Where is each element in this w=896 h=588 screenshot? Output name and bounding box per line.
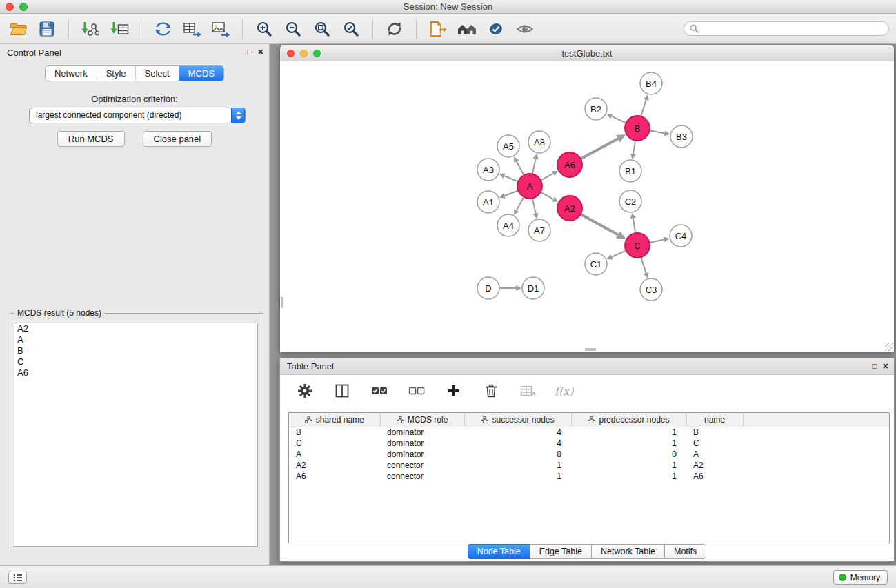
close-table-panel-icon[interactable]: × [883,361,888,371]
graph-node-A8[interactable] [528,131,550,153]
select-all-button[interactable] [368,379,390,403]
graph-node-C1[interactable] [585,253,607,275]
table-row[interactable]: A2connector11A2 [289,460,889,471]
graph-node-B4[interactable] [640,72,662,94]
close-panel-icon[interactable]: × [258,47,263,57]
network-window-titlebar[interactable]: testGlobe.txt [280,45,894,61]
graph-edge[interactable] [612,116,626,123]
graph-node-D1[interactable] [522,277,544,299]
column-header-shared-name[interactable]: shared name [289,413,380,427]
table-row[interactable]: Bdominator41B [289,427,889,438]
table-row[interactable]: A6connector11A6 [289,471,889,482]
mcds-result-item[interactable]: A2 [14,323,257,334]
graph-node-A1[interactable] [477,191,499,213]
zoom-window-button[interactable] [19,3,28,11]
graph-node-A4[interactable] [497,214,519,236]
tab-network-table[interactable]: Network Table [591,544,665,559]
mcds-result-item[interactable]: A [14,334,257,345]
search-box[interactable] [684,21,889,36]
column-header-successor-nodes[interactable]: successor nodes [464,413,571,427]
tab-select[interactable]: Select [135,66,179,81]
tab-mcds[interactable]: MCDS [179,66,223,81]
graph-node-B[interactable] [625,116,650,141]
open-session-button[interactable] [7,17,29,41]
network-view-window[interactable]: testGlobe.txt B4B2BB3A5A8A6B1A3AC2A1A2A4… [279,45,895,352]
zoom-fit-button[interactable] [311,17,333,41]
table-row[interactable]: Cdominator41C [289,438,889,449]
graph-node-B3[interactable] [670,125,693,148]
save-session-button[interactable] [36,17,58,41]
graph-edge[interactable] [633,219,635,234]
run-mcds-button[interactable]: Run MCDS [57,131,125,147]
column-header-predecessor-nodes[interactable]: predecessor nodes [571,413,686,427]
graph-edge[interactable] [581,139,618,159]
graph-node-B1[interactable] [619,160,641,182]
network-graph[interactable]: B4B2BB3A5A8A6B1A3AC2A1A2A4A7C4CC1C3DD1 [280,61,893,349]
graph-edge[interactable] [541,192,554,199]
mcds-result-item[interactable]: A6 [14,367,257,378]
new-network-button[interactable] [152,17,174,41]
task-history-button[interactable] [8,571,27,584]
deselect-all-button[interactable] [406,379,428,403]
mcds-result-item[interactable]: B [14,345,257,356]
mcds-result-item[interactable]: C [14,356,257,367]
new-table-button[interactable] [181,17,203,41]
add-column-button[interactable] [443,379,465,403]
graph-node-A5[interactable] [497,135,519,157]
home-views-button[interactable] [456,17,478,41]
graph-node-A7[interactable] [528,219,550,241]
close-panel-button[interactable]: Close panel [143,131,212,147]
table-row[interactable]: Adominator80A [289,449,889,460]
minimize-network-window-button[interactable] [300,50,308,57]
graph-edge[interactable] [650,239,664,243]
float-table-panel-icon[interactable]: □ [873,361,877,371]
import-table-button[interactable] [108,17,130,41]
graph-edge[interactable] [641,257,646,273]
column-header-mcds-role[interactable]: MCDS role [380,413,464,427]
check-badge-button[interactable] [485,17,507,41]
graph-node-C2[interactable] [619,190,641,212]
resize-grip-icon[interactable] [885,343,893,351]
refresh-button[interactable] [384,17,406,41]
show-hide-button[interactable] [514,17,536,41]
graph-edge[interactable] [650,130,665,133]
column-header-name[interactable]: name [686,413,743,427]
graph-node-C4[interactable] [670,225,692,247]
graph-edge[interactable] [504,176,518,181]
memory-button[interactable]: Memory [833,570,888,585]
graph-edge[interactable] [612,250,626,256]
graph-edge[interactable] [504,190,518,196]
toggle-column-button[interactable] [331,379,353,403]
graph-node-B2[interactable] [585,98,607,120]
graph-edge[interactable] [532,159,536,174]
import-network-button[interactable] [79,17,101,41]
delete-column-button[interactable] [480,379,502,403]
graph-node-D[interactable] [477,277,499,299]
zoom-network-window-button[interactable] [313,50,321,57]
graph-edge[interactable] [532,199,536,214]
graph-node-C[interactable] [625,233,650,258]
horizontal-scroll-thumb[interactable] [585,348,596,351]
graph-edge[interactable] [517,197,524,210]
tab-node-table[interactable]: Node Table [468,544,530,559]
table-settings-button[interactable] [294,379,316,403]
zoom-out-button[interactable] [282,17,304,41]
graph-node-C3[interactable] [640,278,662,301]
tab-style[interactable]: Style [97,66,135,81]
graph-edge[interactable] [633,141,635,154]
graph-edge[interactable] [541,174,553,181]
graph-edge[interactable] [581,214,618,235]
tab-network[interactable]: Network [46,66,97,81]
close-network-window-button[interactable] [287,50,295,57]
graph-node-A2[interactable] [557,196,582,221]
tab-edge-table[interactable]: Edge Table [530,544,592,559]
mcds-result-list[interactable]: A2ABCA6 [14,323,258,547]
criterion-dropdown[interactable]: largest connected component (directed) [29,108,246,123]
close-window-button[interactable] [6,3,14,11]
export-image-button[interactable] [210,17,232,41]
graph-node-A6[interactable] [557,152,582,177]
vertical-scroll-thumb[interactable] [281,297,283,308]
zoom-selected-button[interactable] [340,17,362,41]
tab-motifs[interactable]: Motifs [664,544,706,559]
graph-node-A[interactable] [517,174,542,199]
